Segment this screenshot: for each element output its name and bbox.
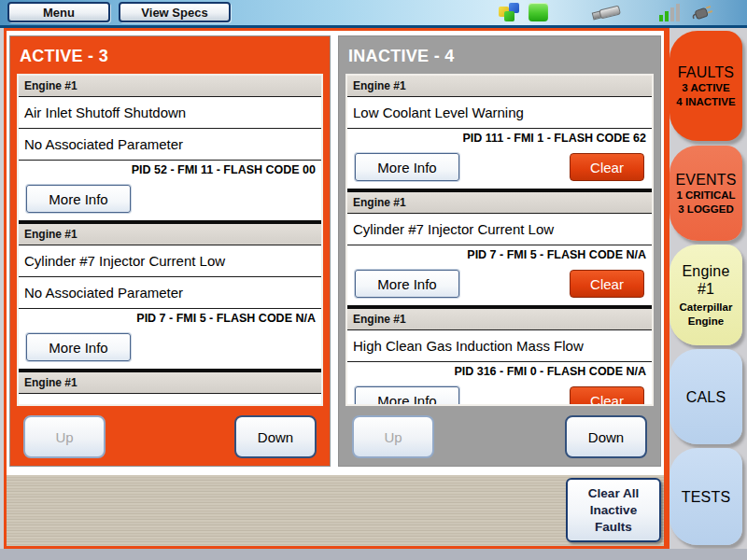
tab-label: EVENTS [675, 171, 736, 189]
more-info-button[interactable]: More Info [355, 270, 459, 298]
fault-card: Engine #1 Cylinder #7 Injector Current L… [19, 224, 321, 372]
fault-code: PID 316 - FMI 0 - FLASH CODE N/A [347, 362, 652, 382]
fault-code: PID 111 - FMI 1 - FLASH CODE 62 [347, 129, 652, 148]
tab-label: #1 [698, 280, 714, 298]
fault-parameter: No Associated Parameter [19, 277, 321, 309]
status-icon-tray [0, 0, 747, 25]
tab-subline: Engine [688, 315, 724, 329]
tab-subline: Caterpillar [680, 301, 733, 315]
top-bar: Menu View Specs [0, 0, 747, 28]
power-plug-icon [691, 2, 715, 23]
clear-fault-button[interactable]: Clear [570, 386, 644, 406]
more-info-button[interactable]: More Info [355, 153, 459, 181]
fault-source: Engine #1 [347, 76, 652, 97]
tab-label: Engine [682, 262, 729, 280]
fault-name: High Clean Gas Induction Mass Flow [347, 330, 652, 362]
fault-code: PID 7 - FMI 5 - FLASH CODE N/A [19, 309, 321, 329]
inactive-fault-list: Engine #1 Low Coolant Level Warning PID … [345, 74, 654, 406]
active-up-button[interactable]: Up [23, 415, 106, 458]
tab-label: CALS [686, 388, 726, 406]
active-panel-title: ACTIVE - 3 [10, 36, 330, 74]
fault-name: Low Coolant Level Warning [347, 97, 652, 129]
fault-source: Engine #1 [19, 76, 321, 97]
clear-all-inactive-faults-button[interactable]: Clear All Inactive Faults [566, 478, 661, 542]
tab-label: TESTS [682, 488, 731, 506]
fault-code: PID 52 - FMI 11 - FLASH CODE 00 [19, 161, 321, 180]
inactive-down-button[interactable]: Down [565, 415, 647, 458]
more-info-button[interactable]: More Info [26, 185, 131, 213]
clear-all-line: Faults [595, 519, 632, 536]
fault-source: Engine #1 [347, 309, 652, 330]
clear-all-line: Inactive [590, 502, 637, 519]
battery-icon [529, 3, 548, 21]
tab-subline: 4 INACTIVE [676, 95, 735, 109]
clear-fault-button[interactable]: Clear [570, 270, 644, 298]
inactive-up-button[interactable]: Up [352, 415, 434, 458]
active-faults-panel: ACTIVE - 3 Engine #1 Air Inlet Shutoff S… [9, 35, 331, 467]
fault-card: Engine #1 Air Inlet Shutoff Shutdown No … [19, 76, 321, 224]
active-down-button[interactable]: Down [234, 415, 317, 458]
tab-label: FAULTS [678, 63, 734, 81]
more-info-button[interactable]: More Info [26, 333, 131, 361]
tab-subline: 1 CRITICAL [676, 189, 735, 203]
clear-fault-button[interactable]: Clear [570, 153, 644, 181]
more-info-button[interactable]: More Info [355, 386, 459, 406]
signal-icon [659, 4, 682, 21]
fault-card: Engine #1 High Clean Gas Induction Mass … [347, 309, 652, 406]
tab-subline: 3 ACTIVE [682, 81, 729, 95]
tab-events[interactable]: EVENTS 1 CRITICAL 3 LOGGED [669, 146, 742, 241]
fault-source: Engine #1 [347, 192, 652, 214]
tab-engine-1[interactable]: Engine #1 Caterpillar Engine [669, 245, 742, 345]
tab-subline: 3 LOGGED [678, 203, 733, 217]
bottom-action-strip: Clear All Inactive Faults [7, 475, 664, 546]
tab-tests[interactable]: TESTS [669, 448, 742, 545]
usb-icon [591, 3, 621, 22]
fault-card: Engine #1 Low Atmospheric Pressure [19, 372, 321, 406]
inactive-faults-panel: INACTIVE - 4 Engine #1 Low Coolant Level… [338, 35, 661, 467]
fault-name: Cylinder #7 Injector Current Low [347, 214, 652, 245]
fault-source: Engine #1 [19, 372, 321, 394]
tab-cals[interactable]: CALS [669, 349, 742, 444]
inactive-panel-title: INACTIVE - 4 [339, 36, 660, 74]
fault-parameter: No Associated Parameter [19, 129, 321, 161]
fault-name: Low Atmospheric Pressure [19, 394, 321, 406]
tab-faults[interactable]: FAULTS 3 ACTIVE 4 INACTIVE [669, 31, 742, 141]
clear-all-line: Clear All [588, 485, 639, 502]
fault-card: Engine #1 Low Coolant Level Warning PID … [347, 76, 652, 192]
fault-card: Engine #1 Cylinder #7 Injector Current L… [347, 192, 652, 309]
fault-name: Cylinder #7 Injector Current Low [19, 245, 321, 277]
apps-icon [499, 3, 523, 23]
fault-name: Air Inlet Shutoff Shutdown [19, 97, 321, 129]
fault-source: Engine #1 [19, 224, 321, 245]
active-fault-list: Engine #1 Air Inlet Shutoff Shutdown No … [17, 74, 323, 406]
fault-code: PID 7 - FMI 5 - FLASH CODE N/A [347, 245, 652, 265]
bottom-edge-strip [0, 549, 747, 560]
faults-screen: ACTIVE - 3 Engine #1 Air Inlet Shutoff S… [4, 28, 669, 549]
